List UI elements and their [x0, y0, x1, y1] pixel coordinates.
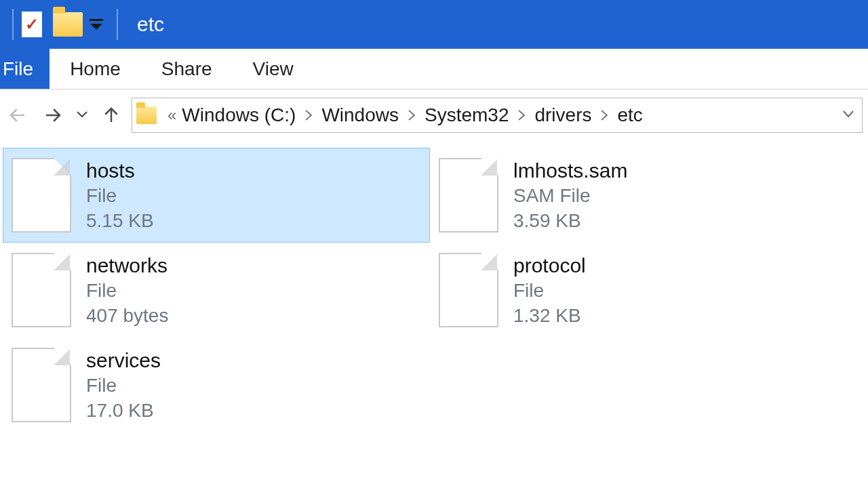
- file-text: hosts File 5.15 KB: [86, 157, 154, 233]
- file-name: hosts: [86, 157, 154, 184]
- nav-up-button[interactable]: [96, 100, 126, 130]
- chevron-down-icon[interactable]: [842, 109, 855, 121]
- tab-file[interactable]: File: [0, 49, 50, 89]
- file-icon: [439, 158, 498, 232]
- tab-home[interactable]: Home: [50, 49, 141, 89]
- folder-icon: [136, 106, 157, 124]
- file-size: 1.32 KB: [513, 304, 586, 328]
- chevron-right-icon[interactable]: [595, 108, 613, 122]
- file-type: File: [513, 279, 586, 303]
- file-item[interactable]: protocol File 1.32 KB: [430, 243, 857, 338]
- file-size: 5.15 KB: [86, 209, 154, 233]
- file-size: 17.0 KB: [86, 399, 161, 423]
- file-item[interactable]: hosts File 5.15 KB: [3, 148, 430, 243]
- file-type: File: [86, 279, 168, 303]
- window-title: etc: [137, 13, 164, 36]
- qat-divider: [12, 9, 14, 40]
- breadcrumb[interactable]: « Windows (C:) Windows System32 drivers …: [132, 98, 863, 133]
- file-text: lmhosts.sam SAM File 3.59 KB: [513, 157, 627, 233]
- file-item[interactable]: lmhosts.sam SAM File 3.59 KB: [430, 148, 857, 243]
- breadcrumb-overflow[interactable]: «: [167, 106, 175, 125]
- file-icon: [12, 348, 71, 422]
- tab-share[interactable]: Share: [141, 49, 233, 89]
- file-name: protocol: [513, 252, 586, 279]
- nav-forward-button[interactable]: [38, 100, 68, 130]
- file-type: File: [86, 373, 161, 398]
- tab-view[interactable]: View: [233, 49, 314, 89]
- file-size: 3.59 KB: [513, 209, 627, 233]
- breadcrumb-segment[interactable]: etc: [617, 104, 642, 126]
- qat-divider: [117, 9, 118, 40]
- file-size: 407 bytes: [86, 304, 168, 328]
- chevron-right-icon[interactable]: [300, 108, 317, 122]
- file-name: lmhosts.sam: [513, 157, 627, 184]
- file-item[interactable]: services File 17.0 KB: [3, 338, 430, 432]
- breadcrumb-segment[interactable]: System32: [425, 104, 509, 126]
- breadcrumb-segment[interactable]: drivers: [534, 104, 591, 126]
- recent-locations-icon[interactable]: [73, 109, 91, 121]
- title-bar: etc: [0, 0, 868, 49]
- breadcrumb-segment[interactable]: Windows (C:): [182, 104, 296, 126]
- file-icon: [12, 158, 71, 232]
- properties-icon[interactable]: [22, 12, 42, 37]
- folder-icon[interactable]: [53, 12, 83, 37]
- file-pane[interactable]: hosts File 5.15 KB lmhosts.sam SAM File …: [0, 141, 868, 439]
- file-text: protocol File 1.32 KB: [513, 252, 586, 328]
- file-icon: [439, 253, 498, 327]
- chevron-right-icon[interactable]: [403, 108, 420, 122]
- file-name: networks: [86, 252, 168, 279]
- file-text: services File 17.0 KB: [86, 347, 161, 423]
- file-name: services: [86, 347, 161, 373]
- ribbon-tabs: File Home Share View: [0, 49, 868, 89]
- file-text: networks File 407 bytes: [86, 252, 168, 328]
- nav-back-button[interactable]: [3, 100, 33, 130]
- qat-dropdown-icon[interactable]: [90, 19, 103, 30]
- nav-row: « Windows (C:) Windows System32 drivers …: [0, 89, 868, 141]
- file-type: SAM File: [513, 184, 627, 208]
- breadcrumb-segment[interactable]: Windows: [321, 104, 399, 126]
- chevron-right-icon[interactable]: [513, 108, 530, 122]
- file-type: File: [86, 184, 154, 208]
- file-item[interactable]: networks File 407 bytes: [3, 243, 430, 338]
- file-icon: [12, 253, 71, 327]
